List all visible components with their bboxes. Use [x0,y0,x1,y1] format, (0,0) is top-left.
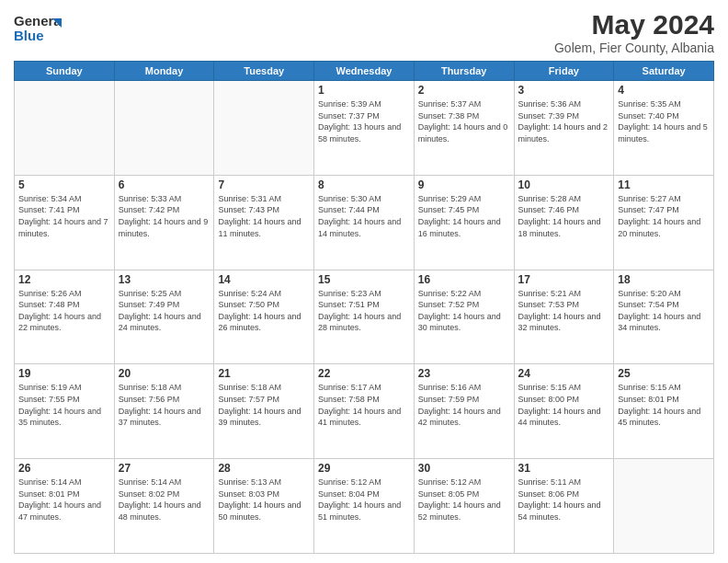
day-info: Sunrise: 5:22 AMSunset: 7:52 PMDaylight:… [418,288,510,334]
day-info: Sunrise: 5:13 AMSunset: 8:03 PMDaylight:… [218,477,310,523]
day-number: 24 [518,367,610,380]
svg-text:Blue: Blue [14,28,44,43]
calendar-day: 27Sunrise: 5:14 AMSunset: 8:02 PMDayligh… [114,459,214,554]
day-number: 16 [418,273,510,286]
day-info: Sunrise: 5:17 AMSunset: 7:58 PMDaylight:… [318,382,410,428]
svg-text:General: General [14,13,62,29]
calendar-day: 22Sunrise: 5:17 AMSunset: 7:58 PMDayligh… [314,364,415,459]
day-number: 7 [218,178,310,191]
calendar-day: 2Sunrise: 5:37 AMSunset: 7:38 PMDaylight… [414,81,514,176]
weekday-header-row: Sunday Monday Tuesday Wednesday Thursday… [15,62,714,81]
calendar-week-1: 5Sunrise: 5:34 AMSunset: 7:41 PMDaylight… [15,175,714,270]
day-number: 12 [18,273,110,286]
calendar-day: 20Sunrise: 5:18 AMSunset: 7:56 PMDayligh… [114,364,214,459]
calendar-day: 26Sunrise: 5:14 AMSunset: 8:01 PMDayligh… [15,459,115,554]
day-info: Sunrise: 5:27 AMSunset: 7:47 PMDaylight:… [618,193,710,239]
calendar-week-3: 19Sunrise: 5:19 AMSunset: 7:55 PMDayligh… [15,364,714,459]
calendar-week-4: 26Sunrise: 5:14 AMSunset: 8:01 PMDayligh… [15,459,714,554]
calendar-day: 29Sunrise: 5:12 AMSunset: 8:04 PMDayligh… [314,459,415,554]
day-info: Sunrise: 5:16 AMSunset: 7:59 PMDaylight:… [418,382,510,428]
day-info: Sunrise: 5:34 AMSunset: 7:41 PMDaylight:… [18,193,110,239]
day-number: 31 [518,462,610,475]
day-info: Sunrise: 5:12 AMSunset: 8:05 PMDaylight:… [418,477,510,523]
calendar-day: 13Sunrise: 5:25 AMSunset: 7:49 PMDayligh… [114,270,214,364]
day-number: 27 [119,462,210,475]
day-number: 5 [18,178,110,191]
day-number: 30 [418,462,510,475]
day-info: Sunrise: 5:24 AMSunset: 7:50 PMDaylight:… [218,288,310,334]
calendar-day: 28Sunrise: 5:13 AMSunset: 8:03 PMDayligh… [214,459,314,554]
day-info: Sunrise: 5:18 AMSunset: 7:57 PMDaylight:… [218,382,310,428]
calendar-day: 10Sunrise: 5:28 AMSunset: 7:46 PMDayligh… [514,175,614,270]
day-info: Sunrise: 5:26 AMSunset: 7:48 PMDaylight:… [18,288,110,334]
calendar-day: 14Sunrise: 5:24 AMSunset: 7:50 PMDayligh… [214,270,314,364]
day-info: Sunrise: 5:12 AMSunset: 8:04 PMDaylight:… [318,477,410,523]
day-number: 28 [218,462,310,475]
day-info: Sunrise: 5:23 AMSunset: 7:51 PMDaylight:… [318,288,410,334]
day-number: 29 [318,462,410,475]
day-info: Sunrise: 5:14 AMSunset: 8:02 PMDaylight:… [119,477,210,523]
day-info: Sunrise: 5:33 AMSunset: 7:42 PMDaylight:… [119,193,210,239]
day-info: Sunrise: 5:15 AMSunset: 8:00 PMDaylight:… [518,382,610,428]
header: General Blue May 2024 Golem, Fier County… [14,9,714,55]
day-info: Sunrise: 5:36 AMSunset: 7:39 PMDaylight:… [518,98,610,144]
calendar-day: 7Sunrise: 5:31 AMSunset: 7:43 PMDaylight… [214,175,314,270]
day-number: 3 [518,84,610,97]
day-info: Sunrise: 5:30 AMSunset: 7:44 PMDaylight:… [318,193,410,239]
day-number: 10 [518,178,610,191]
day-info: Sunrise: 5:14 AMSunset: 8:01 PMDaylight:… [18,477,110,523]
day-number: 21 [218,367,310,380]
day-number: 11 [618,178,710,191]
calendar-week-2: 12Sunrise: 5:26 AMSunset: 7:48 PMDayligh… [15,270,714,364]
header-thursday: Thursday [414,62,514,81]
day-info: Sunrise: 5:11 AMSunset: 8:06 PMDaylight:… [518,477,610,523]
calendar-day: 30Sunrise: 5:12 AMSunset: 8:05 PMDayligh… [414,459,514,554]
day-info: Sunrise: 5:31 AMSunset: 7:43 PMDaylight:… [218,193,310,239]
calendar-day [614,459,714,554]
day-number: 4 [618,84,710,97]
calendar-day: 5Sunrise: 5:34 AMSunset: 7:41 PMDaylight… [15,175,115,270]
day-number: 2 [418,84,510,97]
calendar-day: 21Sunrise: 5:18 AMSunset: 7:57 PMDayligh… [214,364,314,459]
day-number: 23 [418,367,510,380]
header-monday: Monday [114,62,214,81]
header-wednesday: Wednesday [314,62,415,81]
logo: General Blue [14,9,62,48]
day-number: 20 [119,367,210,380]
header-sunday: Sunday [15,62,115,81]
calendar-day: 3Sunrise: 5:36 AMSunset: 7:39 PMDaylight… [514,81,614,176]
day-info: Sunrise: 5:18 AMSunset: 7:56 PMDaylight:… [119,382,210,428]
day-number: 22 [318,367,410,380]
calendar-day: 6Sunrise: 5:33 AMSunset: 7:42 PMDaylight… [114,175,214,270]
calendar-day: 31Sunrise: 5:11 AMSunset: 8:06 PMDayligh… [514,459,614,554]
day-number: 26 [18,462,110,475]
title-block: May 2024 Golem, Fier County, Albania [554,9,714,55]
day-number: 14 [218,273,310,286]
day-number: 8 [318,178,410,191]
day-info: Sunrise: 5:20 AMSunset: 7:54 PMDaylight:… [618,288,710,334]
location: Golem, Fier County, Albania [554,40,714,55]
calendar-day: 23Sunrise: 5:16 AMSunset: 7:59 PMDayligh… [414,364,514,459]
day-number: 13 [119,273,210,286]
day-info: Sunrise: 5:25 AMSunset: 7:49 PMDaylight:… [119,288,210,334]
calendar-day [114,81,214,176]
day-number: 1 [318,84,410,97]
day-info: Sunrise: 5:29 AMSunset: 7:45 PMDaylight:… [418,193,510,239]
page: General Blue May 2024 Golem, Fier County… [0,0,728,563]
calendar-day: 1Sunrise: 5:39 AMSunset: 7:37 PMDaylight… [314,81,415,176]
calendar-day: 9Sunrise: 5:29 AMSunset: 7:45 PMDaylight… [414,175,514,270]
calendar-day: 15Sunrise: 5:23 AMSunset: 7:51 PMDayligh… [314,270,415,364]
day-number: 18 [618,273,710,286]
day-info: Sunrise: 5:21 AMSunset: 7:53 PMDaylight:… [518,288,610,334]
day-info: Sunrise: 5:35 AMSunset: 7:40 PMDaylight:… [618,98,710,144]
calendar-day: 19Sunrise: 5:19 AMSunset: 7:55 PMDayligh… [15,364,115,459]
day-info: Sunrise: 5:19 AMSunset: 7:55 PMDaylight:… [18,382,110,428]
header-tuesday: Tuesday [214,62,314,81]
calendar-day: 24Sunrise: 5:15 AMSunset: 8:00 PMDayligh… [514,364,614,459]
day-info: Sunrise: 5:15 AMSunset: 8:01 PMDaylight:… [618,382,710,428]
day-number: 17 [518,273,610,286]
day-number: 19 [18,367,110,380]
day-info: Sunrise: 5:28 AMSunset: 7:46 PMDaylight:… [518,193,610,239]
header-saturday: Saturday [614,62,714,81]
calendar-day: 8Sunrise: 5:30 AMSunset: 7:44 PMDaylight… [314,175,415,270]
